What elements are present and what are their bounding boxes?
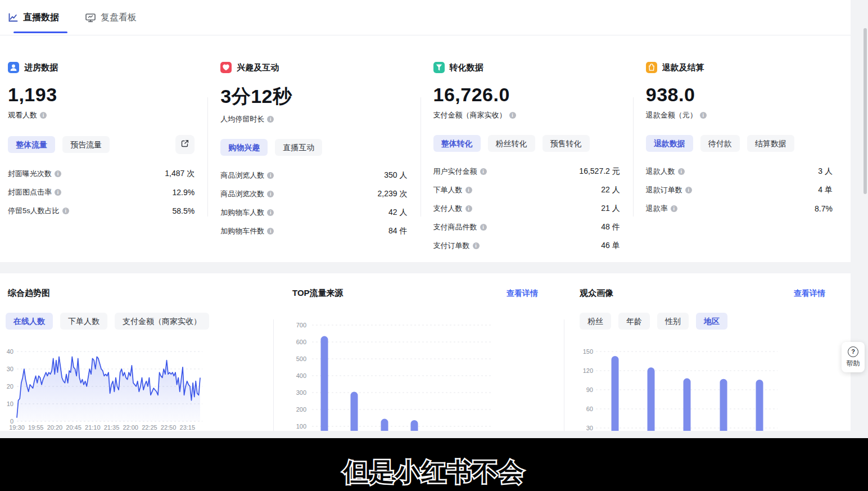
filter-chip[interactable]: 预告流量: [62, 136, 110, 153]
metric-label: 封面图点击率i: [8, 187, 61, 197]
metric-row: 加购物车件数i 84 件: [220, 222, 407, 240]
svg-text:30: 30: [7, 366, 13, 372]
traffic-view-details-link[interactable]: 查看详情: [507, 289, 538, 299]
tab-live-data[interactable]: 直播数据: [8, 0, 59, 35]
metric-value: 4 单: [818, 185, 833, 195]
metric-value: 46 单: [601, 241, 620, 251]
metric-value: 48 件: [601, 222, 620, 232]
card-metric-rows: 退款人数i 3 人 退款订单数i 4 单 退款率i 8.7%: [646, 162, 833, 218]
metric-row: 用户实付金额i 16,527.2 元: [433, 162, 620, 181]
filter-chip[interactable]: 下单人数: [60, 313, 107, 330]
metric-row: 退款率i 8.7%: [646, 199, 833, 218]
filter-chip[interactable]: 购物兴趣: [220, 139, 268, 156]
info-icon[interactable]: i: [465, 187, 472, 193]
card-filter-chips: 整体流量预告流量: [8, 135, 195, 154]
metric-label: 支付订单数i: [433, 241, 480, 251]
filter-chip[interactable]: 整体转化: [433, 135, 481, 152]
svg-text:30: 30: [586, 425, 593, 431]
card-title: 兴趣及互动: [237, 62, 279, 73]
help-button[interactable]: ? 帮助: [842, 342, 865, 372]
scrollbar-thumb[interactable]: [864, 28, 867, 194]
card-big-value: 3分12秒: [220, 84, 407, 110]
metric-row: 退款人数i 3 人: [646, 162, 833, 181]
svg-text:400: 400: [296, 372, 306, 379]
info-icon[interactable]: i: [509, 112, 516, 119]
metric-row: 商品浏览人数i 350 人: [220, 166, 407, 184]
trend-line-chart: 40302010019:3019:5520:2020:4521:1021:352…: [0, 335, 214, 431]
metric-label: 支付人数i: [433, 204, 472, 214]
info-icon[interactable]: i: [480, 168, 487, 175]
card-filter-chips: 退款数据待付款结算数据: [646, 135, 833, 152]
info-icon[interactable]: i: [267, 116, 274, 123]
metric-value: 22 人: [601, 185, 620, 195]
info-icon[interactable]: i: [671, 205, 677, 212]
info-icon[interactable]: i: [267, 228, 274, 235]
svg-text:21:35: 21:35: [104, 424, 120, 431]
info-icon[interactable]: i: [473, 242, 480, 249]
info-icon[interactable]: i: [480, 224, 487, 231]
metric-label: 用户实付金额i: [433, 166, 487, 177]
filter-chip[interactable]: 地区: [696, 313, 727, 330]
filter-chip[interactable]: 整体流量: [8, 136, 55, 153]
card-header: 退款及结算: [646, 61, 833, 74]
filter-chip[interactable]: 粉丝: [580, 313, 611, 330]
heart-icon: [220, 62, 232, 73]
stat-card: 进房数据 1,193 观看人数i 整体流量预告流量 封面曝光次数i 1,487 …: [0, 35, 213, 262]
metric-value: 8.7%: [815, 204, 833, 213]
filter-chip[interactable]: 年龄: [618, 313, 650, 330]
svg-text:100: 100: [296, 423, 306, 430]
filter-chip[interactable]: 支付金额（商家实收）: [115, 313, 209, 330]
tab-review-board-label: 复盘看板: [101, 12, 137, 24]
audience-filter-chips: 粉丝年龄性别地区: [580, 313, 727, 330]
card-title: 退款及结算: [662, 62, 704, 73]
metric-value: 21 人: [601, 204, 620, 214]
audience-view-details-link[interactable]: 查看详情: [794, 289, 825, 299]
card-header: 转化数据: [433, 61, 620, 74]
card-title: 转化数据: [450, 62, 483, 73]
audience-title: 观众画像: [580, 288, 613, 299]
filter-chip[interactable]: 待付款: [700, 135, 740, 152]
metric-label: 商品浏览次数i: [220, 189, 274, 199]
svg-text:200: 200: [296, 406, 306, 413]
metric-row: 下单人数i 22 人: [433, 181, 620, 199]
funnel-icon: [433, 62, 445, 73]
info-icon[interactable]: i: [267, 191, 274, 197]
info-icon[interactable]: i: [55, 189, 61, 196]
info-icon[interactable]: i: [700, 112, 707, 119]
svg-text:20: 20: [7, 383, 13, 390]
info-icon[interactable]: i: [465, 205, 472, 212]
info-icon[interactable]: i: [685, 187, 692, 193]
filter-chip[interactable]: 直播互动: [275, 139, 322, 156]
metric-row: 加购物车人数i 42 人: [220, 203, 407, 222]
tab-review-board[interactable]: 复盘看板: [85, 0, 137, 35]
filter-chip[interactable]: 性别: [657, 313, 689, 330]
metric-row: 封面曝光次数i 1,487 次: [8, 164, 195, 183]
filter-chip[interactable]: 在线人数: [6, 313, 53, 330]
info-icon[interactable]: i: [62, 208, 69, 214]
tab-live-data-label: 直播数据: [23, 12, 59, 24]
metric-label: 退款人数i: [646, 166, 685, 177]
stat-cards-row: 进房数据 1,193 观看人数i 整体流量预告流量 封面曝光次数i 1,487 …: [0, 35, 851, 262]
info-icon[interactable]: i: [678, 168, 685, 175]
svg-text:20:45: 20:45: [66, 424, 82, 431]
filter-chip[interactable]: 预售转化: [542, 135, 590, 152]
svg-text:90: 90: [586, 386, 593, 393]
metric-row: 商品浏览次数i 2,239 次: [220, 184, 407, 203]
svg-text:600: 600: [296, 339, 306, 345]
traffic-bar-chart: 700600500400300200100: [273, 315, 554, 431]
traffic-source-section: TOP流量来源 查看详情 700600500400300200100: [273, 273, 564, 431]
filter-chip[interactable]: 退款数据: [646, 135, 693, 152]
metric-label: 商品浏览人数i: [220, 170, 274, 181]
metric-label: 停留5s人数占比i: [8, 206, 69, 216]
info-icon[interactable]: i: [55, 170, 61, 177]
filter-chip[interactable]: 结算数据: [747, 135, 794, 152]
help-label: 帮助: [847, 359, 860, 368]
open-external-button[interactable]: [175, 135, 195, 154]
metric-value: 84 件: [388, 226, 407, 236]
filter-chip[interactable]: 粉丝转化: [488, 135, 535, 152]
svg-text:500: 500: [296, 355, 306, 362]
info-icon[interactable]: i: [267, 209, 274, 216]
info-icon[interactable]: i: [267, 172, 274, 179]
info-icon[interactable]: i: [40, 112, 47, 119]
svg-text:300: 300: [296, 389, 306, 396]
